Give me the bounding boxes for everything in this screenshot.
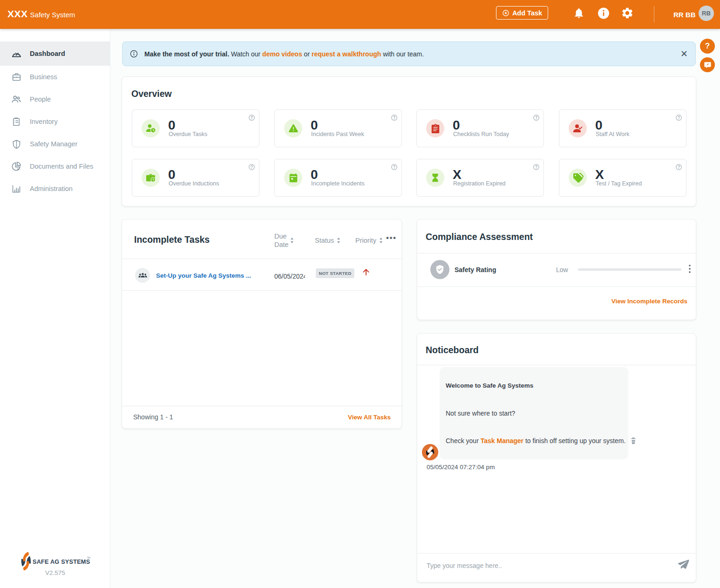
svg-text:TM: TM bbox=[87, 557, 90, 559]
svg-text:SAFE AG SYSTEMS: SAFE AG SYSTEMS bbox=[33, 558, 90, 565]
